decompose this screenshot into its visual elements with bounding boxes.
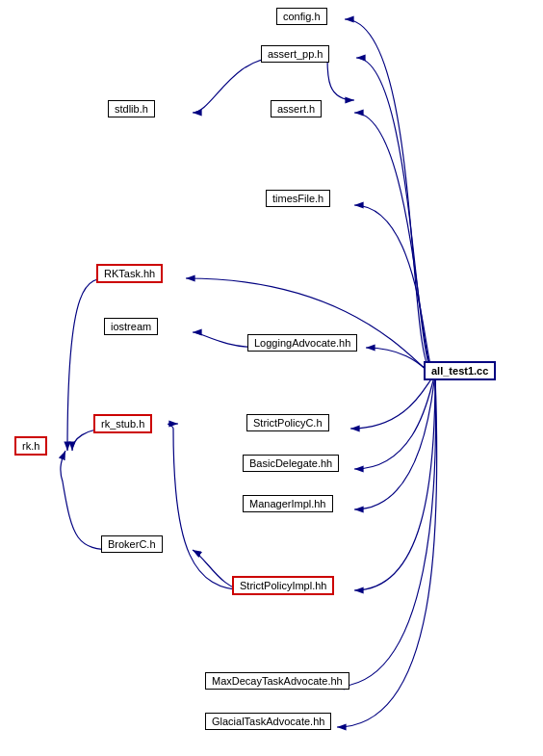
node-rk-h: rk.h (14, 436, 47, 456)
node-strictpolicyimpl-hh: StrictPolicyImpl.hh (232, 576, 334, 595)
node-rk-stub-h: rk_stub.h (93, 414, 152, 433)
node-rktask-hh: RKTask.hh (96, 264, 163, 283)
node-brokerc-h: BrokerC.h (101, 535, 163, 553)
node-all-test1-cc: all_test1.cc (424, 361, 496, 380)
node-timesfile-h: timesFile.h (266, 190, 330, 207)
node-managerimpl-hh: ManagerImpl.hh (243, 495, 333, 512)
node-assert-pp-h: assert_pp.h (261, 45, 329, 63)
node-strictpolicyc-h: StrictPolicyC.h (246, 414, 329, 431)
node-iostream: iostream (104, 318, 158, 335)
node-assert-h: assert.h (271, 100, 322, 117)
node-stdlib-h: stdlib.h (108, 100, 155, 117)
dependency-graph: all_test1.cc config.h assert_pp.h stdlib… (0, 0, 543, 756)
node-loggingadvocate-hh: LoggingAdvocate.hh (247, 334, 357, 352)
node-basicdelegate-hh: BasicDelegate.hh (243, 455, 339, 472)
node-config-h: config.h (276, 8, 327, 25)
node-glacialtaskadvocate-hh: GlacialTaskAdvocate.hh (205, 713, 331, 730)
node-maxdecaytaskadvocate-hh: MaxDecayTaskAdvocate.hh (205, 672, 349, 690)
